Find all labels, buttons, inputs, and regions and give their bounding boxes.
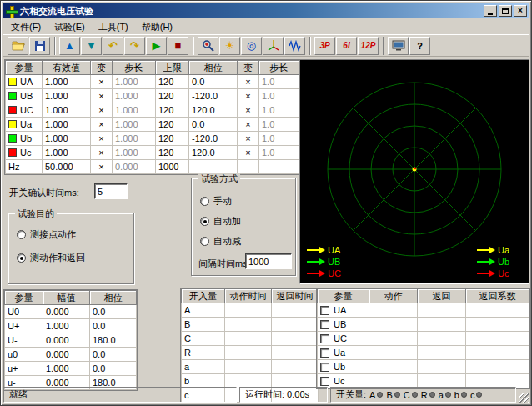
open-button[interactable]: [8, 37, 28, 55]
radio-auto-increase[interactable]: 自动加: [200, 215, 241, 228]
limit-cell[interactable]: 120: [156, 75, 189, 89]
start-button[interactable]: ▶: [146, 37, 167, 55]
save-button[interactable]: [29, 37, 50, 55]
confirm-time-input[interactable]: [94, 183, 128, 199]
param-checkbox[interactable]: [320, 363, 329, 372]
phase-cell[interactable]: 120.0: [189, 146, 238, 160]
phase-step-cell[interactable]: 1.0: [259, 75, 299, 89]
step-cell[interactable]: 1.000: [113, 132, 156, 146]
phase-cell[interactable]: 0.0: [189, 118, 238, 132]
value-cell[interactable]: 1.000: [43, 103, 91, 118]
return-time-cell: [272, 332, 319, 346]
mode-6i-button[interactable]: 6I: [336, 37, 357, 55]
menu-file[interactable]: 文件(F): [4, 19, 48, 35]
step-cell[interactable]: 1.000: [113, 146, 156, 160]
phase-vary-toggle[interactable]: ×: [238, 89, 259, 103]
phasor-button[interactable]: [263, 37, 284, 55]
toolbar: ▲ ▼ ↶ ↷ ▶ ■ ☀ ◎ 3P 6I 12P ?: [3, 34, 529, 57]
switch-name: A: [182, 303, 225, 318]
scope-button[interactable]: ◎: [241, 37, 262, 55]
phase-vary-toggle[interactable]: ×: [238, 118, 259, 132]
phase-step-cell[interactable]: 1.0: [259, 103, 299, 118]
radio-icon[interactable]: [200, 237, 209, 246]
close-button[interactable]: ×: [514, 5, 527, 17]
waveform-icon: [289, 40, 302, 52]
value-cell[interactable]: 1.000: [43, 75, 91, 89]
vary-toggle[interactable]: ×: [91, 118, 113, 132]
phase-step-cell[interactable]: 1.0: [259, 146, 299, 160]
waveform-button[interactable]: [284, 37, 305, 55]
phase-step-cell[interactable]: 1.0: [259, 118, 299, 132]
vary-toggle[interactable]: ×: [91, 89, 113, 103]
device-button[interactable]: [388, 37, 409, 55]
vary-toggle[interactable]: ×: [91, 103, 113, 118]
radio-action-return[interactable]: 测动作和返回: [17, 252, 85, 264]
radio-manual[interactable]: 手动: [200, 195, 232, 208]
step-cell[interactable]: 0.000: [113, 160, 156, 174]
action-cell: [369, 360, 418, 374]
radio-icon[interactable]: [17, 230, 26, 239]
limit-cell[interactable]: 120: [156, 103, 189, 118]
zoom-button[interactable]: [198, 37, 218, 55]
phase-vary-toggle[interactable]: ×: [238, 103, 259, 118]
phase-vary-toggle[interactable]: ×: [238, 146, 259, 160]
radio-auto-decrease[interactable]: 自动减: [200, 235, 241, 248]
value-cell[interactable]: 1.000: [43, 118, 91, 132]
maximize-button[interactable]: [499, 5, 512, 17]
param-checkbox[interactable]: [320, 306, 329, 315]
undo-button[interactable]: ↶: [103, 37, 123, 55]
step-cell[interactable]: 1.000: [113, 75, 156, 89]
step-cell[interactable]: 1.000: [113, 118, 156, 132]
resize-grip[interactable]: [519, 393, 529, 403]
radio-icon[interactable]: [17, 253, 26, 263]
menu-tools[interactable]: 工具(T): [92, 19, 135, 35]
phase-cell[interactable]: 0.0: [189, 75, 238, 89]
raise-button[interactable]: ▲: [59, 37, 80, 55]
display-button[interactable]: ☀: [219, 37, 240, 55]
param-checkbox[interactable]: [320, 320, 329, 329]
phase-cell[interactable]: -120.0: [189, 132, 238, 146]
redo-button[interactable]: ↷: [124, 37, 145, 55]
interval-input[interactable]: [245, 253, 292, 269]
result-row: Ua: [318, 346, 529, 360]
radio-icon[interactable]: [200, 217, 209, 226]
help-button[interactable]: ?: [409, 37, 430, 55]
result-table: 参量 动作 返回 返回系数 UA UB UC Ua Ub Uc: [316, 288, 530, 389]
phase-cell[interactable]: -120.0: [189, 89, 238, 103]
mode-12p-button[interactable]: 12P: [358, 37, 379, 55]
value-cell[interactable]: 50.000: [43, 160, 91, 174]
limit-cell[interactable]: 120: [156, 146, 189, 160]
limit-cell[interactable]: 120: [156, 132, 189, 146]
switch-led-icon: [394, 392, 400, 398]
switch-row: A: [182, 303, 319, 318]
value-cell[interactable]: 1.000: [43, 89, 91, 103]
minimize-button[interactable]: [484, 5, 497, 17]
lower-button[interactable]: ▼: [81, 37, 102, 55]
step-cell[interactable]: 1.000: [113, 89, 156, 103]
menu-test[interactable]: 试验(E): [48, 19, 92, 35]
phase-vary-toggle[interactable]: ×: [238, 132, 259, 146]
radio-icon[interactable]: [200, 197, 209, 206]
phase-step-cell[interactable]: 1.0: [259, 132, 299, 146]
phase-step-cell[interactable]: 1.0: [259, 89, 299, 103]
vary-toggle[interactable]: ×: [91, 146, 113, 160]
param-checkbox[interactable]: [320, 334, 329, 343]
phase-cell[interactable]: 120.0: [189, 103, 238, 118]
param-checkbox[interactable]: [320, 348, 329, 358]
limit-cell[interactable]: 120: [156, 118, 189, 132]
vary-toggle[interactable]: ×: [91, 75, 113, 89]
radio-contact-action[interactable]: 测接点动作: [17, 228, 76, 241]
param-checkbox[interactable]: [320, 377, 329, 386]
value-cell[interactable]: 1.000: [43, 132, 91, 146]
menu-help[interactable]: 帮助(H): [135, 19, 179, 35]
phase-vary-toggle[interactable]: ×: [238, 75, 259, 89]
col-header-vary2: 变: [238, 61, 259, 75]
mode-3p-button[interactable]: 3P: [314, 37, 335, 55]
value-cell[interactable]: 1.000: [43, 146, 91, 160]
limit-cell[interactable]: 1000: [156, 160, 189, 174]
vary-toggle[interactable]: ×: [91, 160, 113, 174]
stop-button[interactable]: ■: [168, 37, 188, 55]
limit-cell[interactable]: 120: [156, 89, 189, 103]
step-cell[interactable]: 1.000: [113, 103, 156, 118]
vary-toggle[interactable]: ×: [91, 132, 113, 146]
